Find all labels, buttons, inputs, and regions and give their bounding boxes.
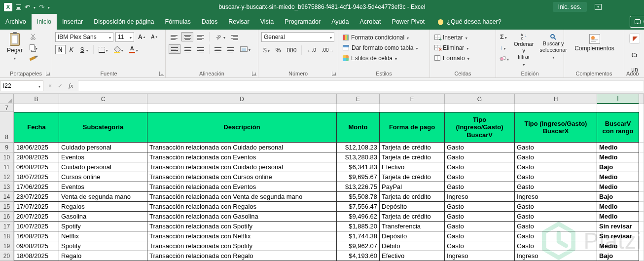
select-all-corner[interactable] [0,94,14,104]
cell[interactable]: $1,744.38 [337,231,380,241]
column-header-F[interactable]: F [380,94,445,104]
undo-icon[interactable] [25,4,30,10]
cell[interactable]: 09/08/2025 [14,241,59,251]
column-header-B[interactable]: B [14,94,59,104]
align-left-button[interactable] [169,44,180,54]
cell-empty[interactable] [639,192,644,202]
cell[interactable]: Transacción relacionada con Eventos [147,182,337,192]
increase-indent-button[interactable] [225,44,236,54]
font-color-button[interactable] [127,45,140,54]
cell[interactable]: Efectivo [380,251,445,261]
cell[interactable]: Transacción relacionada con Netflix [147,231,337,241]
cell[interactable]: Gasto [445,241,515,251]
align-center-button[interactable] [182,44,193,54]
decrease-font-size-button[interactable] [149,32,159,41]
autosum-button[interactable]: Σ [499,32,510,41]
cell[interactable]: 16/08/2025 [14,231,59,241]
cell[interactable]: PayPal [380,182,445,192]
cell-empty[interactable] [597,104,639,112]
row-header-13[interactable]: 13 [0,182,14,192]
cell[interactable]: Gasto [445,182,515,192]
cell[interactable]: Bajo [597,192,639,202]
cell-empty[interactable] [639,152,644,162]
cell[interactable]: $12,108.23 [337,143,380,152]
tab-inicio[interactable]: Inicio [32,14,57,30]
copy-button[interactable] [29,43,38,52]
cell[interactable]: Gasto [445,202,515,212]
cell[interactable]: 17/07/2025 [14,202,59,212]
cell[interactable]: Efectivo [380,162,445,172]
alignment-dialog-launcher[interactable] [252,72,256,76]
row-header-14[interactable]: 14 [0,192,14,202]
tab-acrobat[interactable]: Acrobat [354,14,386,30]
cell[interactable]: Gasto [515,152,597,162]
row-header-7[interactable]: 7 [0,104,14,112]
align-bottom-button[interactable] [195,32,206,41]
cell[interactable]: Medio [597,202,639,212]
cell[interactable]: Ingreso [445,192,515,202]
cell-empty[interactable] [380,104,445,112]
clear-button[interactable] [499,54,510,63]
row-header-17[interactable]: 17 [0,222,14,231]
cell[interactable]: Gasto [515,202,597,212]
cell[interactable]: Gasto [515,162,597,172]
cell[interactable]: Ingreso [515,251,597,261]
tab-ayuda[interactable]: Ayuda [326,14,354,30]
insert-function-button[interactable]: fx [69,82,73,90]
delete-cells-button[interactable]: Eliminar [433,42,494,53]
cell[interactable]: 17/06/2025 [14,182,59,192]
sign-in-button[interactable]: Inic. ses. [553,2,587,12]
format-cells-button[interactable]: Formato [433,53,494,63]
cell[interactable]: Gasto [515,231,597,241]
cell-empty[interactable] [639,112,644,143]
cell[interactable]: Gasto [515,212,597,222]
cell[interactable]: $13,280.83 [337,152,380,162]
tab-vista[interactable]: Vista [255,14,280,30]
cell[interactable]: Eventos [59,152,147,162]
cell[interactable]: Tarjeta de crédito [380,143,445,152]
row-header-18[interactable]: 18 [0,231,14,241]
cell[interactable]: Spotify [59,241,147,251]
bold-button[interactable]: N [55,45,66,54]
increase-decimal-button[interactable]: ←.0 [305,45,318,55]
format-as-table-button[interactable]: Dar formato como tabla [341,42,428,53]
cell[interactable]: Débito [380,241,445,251]
cell-empty[interactable] [639,172,644,182]
underline-button[interactable]: S [77,45,90,54]
table-header-cell[interactable]: Fecha [14,112,59,143]
tab-programador[interactable]: Programador [279,14,326,30]
cell[interactable]: Regalo [59,251,147,261]
row-header-12[interactable]: 12 [0,172,14,182]
fill-color-button[interactable] [112,45,125,54]
formula-input[interactable] [78,80,644,91]
cell-empty[interactable] [639,231,644,241]
add-ins-button[interactable]: Complementos [567,33,622,53]
cell[interactable]: Gasto [445,222,515,231]
undo-caret-icon[interactable] [34,4,36,10]
clipboard-dialog-launcher[interactable] [46,72,50,76]
cell[interactable]: 28/08/2025 [14,152,59,162]
tab-archivo[interactable]: Archivo [0,14,32,30]
cancel-formula-button[interactable]: × [48,82,52,89]
merge-center-button[interactable] [238,44,252,54]
cell[interactable]: 18/06/2025 [14,143,59,152]
redo-icon[interactable] [39,4,44,10]
cell-empty[interactable] [14,104,59,112]
percent-style-button[interactable]: % [274,45,283,55]
cell[interactable]: Transacción relacionada con Cursos onlin… [147,172,337,182]
cell-empty[interactable] [337,104,380,112]
cell-empty[interactable] [59,104,147,112]
conditional-formatting-button[interactable]: Formato condicional [341,32,428,42]
tab-insertar[interactable]: Insertar [57,14,88,30]
cell[interactable]: Eventos [59,182,147,192]
cell[interactable]: Gasto [515,222,597,231]
cell[interactable]: Gasto [515,143,597,152]
column-header-H[interactable]: H [515,94,597,104]
cell[interactable]: 10/07/2025 [14,222,59,231]
table-header-cell[interactable]: Forma de pago [380,112,445,143]
cell[interactable]: 18/08/2025 [14,251,59,261]
cell[interactable]: Bajo [597,251,639,261]
cell[interactable]: $9,962.07 [337,241,380,251]
font-size-select[interactable]: 11 [115,32,134,42]
cell-empty[interactable] [639,222,644,231]
